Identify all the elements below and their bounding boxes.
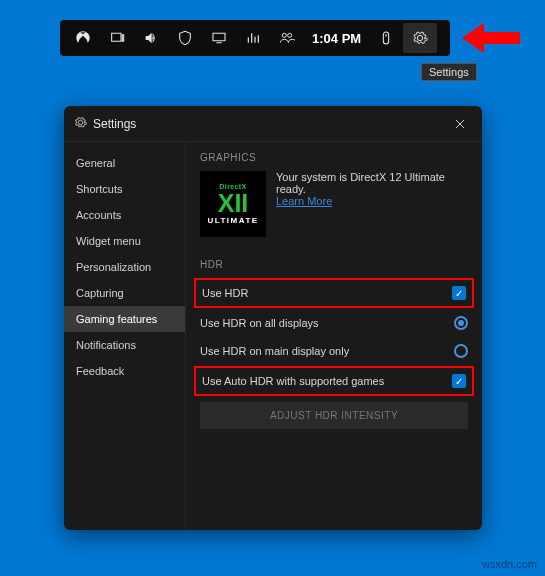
use-auto-hdr-checkbox[interactable]: ✓ xyxy=(452,374,466,388)
use-hdr-checkbox[interactable]: ✓ xyxy=(452,286,466,300)
xbox-icon[interactable] xyxy=(66,23,100,53)
svg-rect-0 xyxy=(383,32,388,44)
use-hdr-row[interactable]: Use HDR ✓ xyxy=(194,278,474,308)
directx-badge-mid: XII xyxy=(218,192,249,214)
graphics-section-label: GRAPHICS xyxy=(200,152,468,163)
mouse-icon[interactable] xyxy=(369,23,403,53)
settings-content: GRAPHICS DirectX XII ULTIMATE Your syste… xyxy=(186,142,482,530)
directx-badge-bot: ULTIMATE xyxy=(207,216,258,225)
settings-tooltip: Settings xyxy=(421,63,477,81)
use-hdr-label: Use HDR xyxy=(202,287,452,299)
sidebar-item-feedback[interactable]: Feedback xyxy=(64,358,185,384)
sidebar-item-shortcuts[interactable]: Shortcuts xyxy=(64,176,185,202)
use-hdr-main-row[interactable]: Use HDR on main display only xyxy=(194,338,474,364)
shield-icon[interactable] xyxy=(168,23,202,53)
use-hdr-main-label: Use HDR on main display only xyxy=(200,345,454,357)
adjust-hdr-button[interactable]: ADJUST HDR INTENSITY xyxy=(200,402,468,429)
sidebar-item-notifications[interactable]: Notifications xyxy=(64,332,185,358)
group-icon[interactable] xyxy=(270,23,304,53)
sidebar-item-general[interactable]: General xyxy=(64,150,185,176)
use-hdr-all-label: Use HDR on all displays xyxy=(200,317,454,329)
graphics-card: DirectX XII ULTIMATE Your system is Dire… xyxy=(200,171,468,237)
display-icon[interactable] xyxy=(202,23,236,53)
learn-more-link[interactable]: Learn More xyxy=(276,195,332,207)
sidebar-item-personalization[interactable]: Personalization xyxy=(64,254,185,280)
directx-status-text: Your system is DirectX 12 Ultimate ready… xyxy=(276,171,468,195)
use-auto-hdr-row[interactable]: Use Auto HDR with supported games ✓ xyxy=(194,366,474,396)
sidebar-item-widget-menu[interactable]: Widget menu xyxy=(64,228,185,254)
hdr-section-label: HDR xyxy=(200,259,468,270)
panel-header: Settings xyxy=(64,106,482,142)
use-hdr-all-radio[interactable] xyxy=(454,316,468,330)
sidebar-item-capturing[interactable]: Capturing xyxy=(64,280,185,306)
pin-icon[interactable] xyxy=(100,23,134,53)
clock-text: 1:04 PM xyxy=(304,31,369,46)
use-hdr-main-radio[interactable] xyxy=(454,344,468,358)
gear-icon xyxy=(74,116,87,132)
settings-icon[interactable] xyxy=(403,23,437,53)
directx-badge: DirectX XII ULTIMATE xyxy=(200,171,266,237)
performance-icon[interactable] xyxy=(236,23,270,53)
sidebar-item-accounts[interactable]: Accounts xyxy=(64,202,185,228)
close-button[interactable] xyxy=(448,112,472,136)
game-bar: 1:04 PM xyxy=(60,20,450,56)
settings-panel: Settings General Shortcuts Accounts Widg… xyxy=(64,106,482,530)
use-auto-hdr-label: Use Auto HDR with supported games xyxy=(202,375,452,387)
settings-sidebar: General Shortcuts Accounts Widget menu P… xyxy=(64,142,186,530)
audio-icon[interactable] xyxy=(134,23,168,53)
callout-arrow xyxy=(460,26,520,50)
watermark-text: wsxdn.com xyxy=(482,558,537,570)
panel-title: Settings xyxy=(93,117,136,131)
sidebar-item-gaming-features[interactable]: Gaming features xyxy=(64,306,185,332)
use-hdr-all-row[interactable]: Use HDR on all displays xyxy=(194,310,474,336)
